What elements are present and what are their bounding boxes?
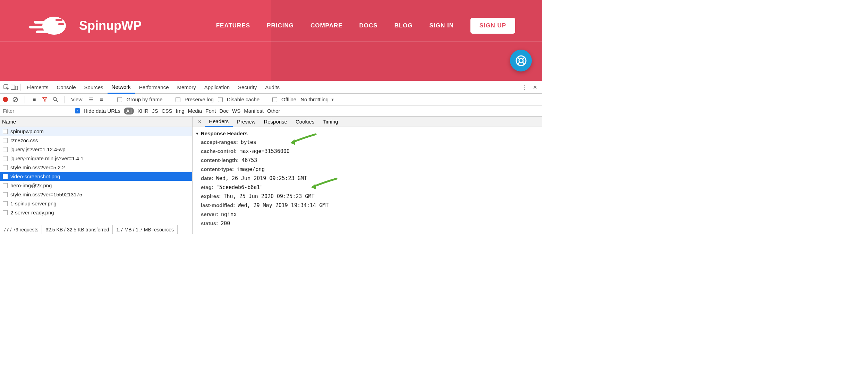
tab-application[interactable]: Application [200,81,234,94]
nav-signin[interactable]: SIGN IN [429,22,454,29]
detail-tab-response[interactable]: Response [259,117,291,127]
header-key: etag: [201,184,213,190]
name-column-header[interactable]: Name [0,117,192,127]
filter-font[interactable]: Font [205,108,216,114]
tab-network[interactable]: Network [108,81,135,94]
request-name: 2-server-ready.png [10,210,54,215]
camera-icon[interactable]: ■ [31,96,37,103]
header-key: server: [201,211,218,217]
tab-console[interactable]: Console [53,81,80,94]
header-value: max-age=31536000 [239,148,290,154]
file-icon [3,174,8,179]
filter-css[interactable]: CSS [162,108,172,114]
tab-performance[interactable]: Performance [135,81,173,94]
status-requests: 77 / 79 requests [0,225,42,234]
tab-sources[interactable]: Sources [80,81,108,94]
request-row[interactable]: 2-server-ready.png [0,208,192,217]
filter-funnel-icon[interactable] [42,96,48,103]
large-rows-icon[interactable]: ☰ [88,96,94,103]
brand-logo[interactable]: SpinupWP [27,16,142,35]
inspect-icon[interactable] [3,84,10,91]
view-label: View: [71,96,84,102]
filter-js[interactable]: JS [152,108,158,114]
request-row[interactable]: video-screenshot.png [0,172,192,181]
close-devtools-icon[interactable]: ✕ [533,84,537,91]
request-row[interactable]: jquery-migrate.min.js?ver=1.4.1 [0,154,192,163]
spinup-icon [27,16,72,35]
response-headers-section[interactable]: ▼ Response Headers [193,129,542,138]
search-icon[interactable] [52,96,58,103]
lifebuoy-icon [515,55,527,67]
svg-line-11 [523,62,525,64]
tab-memory[interactable]: Memory [173,81,200,94]
filter-all[interactable]: All [124,108,134,114]
request-row[interactable]: 1-spinup-server.png [0,199,192,208]
request-row[interactable]: spinupwp.com [0,127,192,136]
header-key: content-type: [201,166,234,172]
detail-tab-cookies[interactable]: Cookies [291,117,318,127]
filter-input[interactable] [2,108,71,114]
request-row[interactable]: hero-img@2x.png [0,181,192,190]
tab-elements[interactable]: Elements [23,81,53,94]
tab-security[interactable]: Security [234,81,261,94]
offline-checkbox[interactable] [272,97,277,102]
kebab-icon[interactable]: ⋮ [522,84,527,91]
svg-rect-5 [58,23,64,25]
detail-tab-preview[interactable]: Preview [233,117,259,127]
group-checkbox[interactable] [117,97,122,102]
nav-blog[interactable]: BLOG [394,22,413,29]
clear-icon[interactable] [12,96,18,103]
divider [169,96,169,103]
svg-point-7 [519,59,523,63]
filter-xhr[interactable]: XHR [137,108,148,114]
svg-rect-2 [29,26,46,28]
filter-img[interactable]: Img [176,108,184,114]
file-icon [3,183,8,188]
nav-docs[interactable]: DOCS [359,22,378,29]
device-icon[interactable] [10,85,18,90]
request-row[interactable]: jquery.js?ver=1.12.4-wp [0,145,192,154]
request-row[interactable]: rzn8zoc.css [0,136,192,145]
filter-ws[interactable]: WS [232,108,240,114]
nav-pricing[interactable]: PRICING [267,22,294,29]
detail-tab-headers[interactable]: Headers [205,117,233,127]
record-button[interactable] [3,97,8,102]
request-list: Name spinupwp.comrzn8zoc.cssjquery.js?ve… [0,117,193,234]
brand-text: SpinupWP [79,18,142,33]
nav-compare[interactable]: COMPARE [310,22,343,29]
filter-other[interactable]: Other [267,108,280,114]
preserve-checkbox[interactable] [176,97,180,102]
waterfall-icon[interactable]: ≡ [98,96,104,103]
filter-media[interactable]: Media [188,108,202,114]
header-value: nginx [221,211,237,218]
tab-audits[interactable]: Audits [261,81,284,94]
preserve-label: Preserve log [185,96,214,102]
signup-button[interactable]: SIGN UP [470,18,515,34]
nav-features[interactable]: FEATURES [216,22,250,29]
hide-data-urls-checkbox[interactable]: ✓ [75,108,80,113]
detail-body: ▼ Response Headers accept-ranges:bytesca… [193,127,542,230]
header-row: content-type:image/png [193,165,542,174]
disclosure-triangle-icon: ▼ [195,131,199,136]
filter-doc[interactable]: Doc [219,108,229,114]
svg-point-17 [53,97,56,101]
devtools-tabs: Elements Console Sources Network Perform… [0,81,542,94]
disable-cache-checkbox[interactable] [218,97,223,102]
request-name: jquery-migrate.min.js?ver=1.4.1 [10,155,84,161]
header-row: cache-control:max-age=31536000 [193,147,542,156]
offline-label: Offline [281,96,296,102]
header-value: bytes [241,139,256,145]
status-transferred: 32.5 KB / 32.5 KB transferred [42,225,113,234]
svg-line-10 [518,62,519,64]
close-detail-icon[interactable]: × [195,119,205,125]
help-button[interactable] [510,50,532,71]
throttling-select[interactable]: No throttling ▼ [300,96,334,102]
svg-line-18 [56,100,58,102]
header-value: 46753 [241,157,257,163]
request-row[interactable]: style.min.css?ver=1559213175 [0,190,192,199]
detail-tab-timing[interactable]: Timing [318,117,342,127]
divider [25,96,25,103]
header-key: cache-control: [201,148,237,154]
filter-manifest[interactable]: Manifest [244,108,264,114]
request-row[interactable]: style.min.css?ver=5.2.2 [0,163,192,172]
